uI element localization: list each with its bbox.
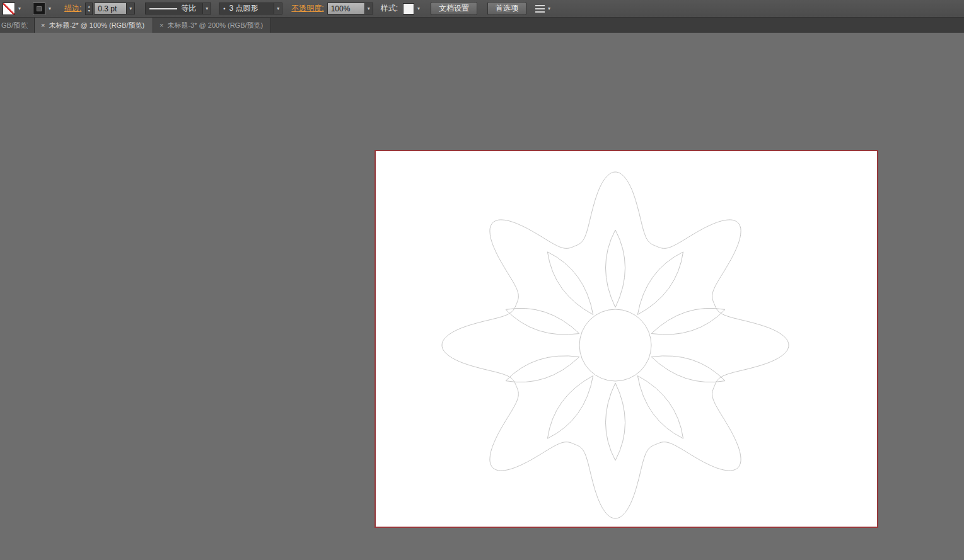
tab-close-icon[interactable]: × (160, 21, 163, 29)
stroke-weight-label[interactable]: 描边: (64, 3, 81, 14)
tab-label: 未标题-3* @ 200% (RGB/预览) (167, 21, 263, 30)
tab-document-3[interactable]: × 未标题-3* @ 200% (RGB/预览) (153, 18, 271, 33)
petal-path[interactable] (637, 252, 683, 315)
petal-path[interactable] (506, 356, 579, 382)
width-profile-dropdown-button[interactable]: ▾ (203, 3, 211, 14)
petal-path[interactable] (506, 308, 579, 334)
petal-path[interactable] (651, 356, 725, 382)
tab-close-icon[interactable]: × (41, 21, 45, 29)
brush-dot-icon: • (223, 6, 225, 12)
stroke-weight-stepper[interactable]: ▴ ▾ (85, 3, 93, 15)
canvas-area[interactable] (0, 33, 964, 560)
artboard[interactable] (375, 150, 878, 528)
preferences-button[interactable]: 首选项 (487, 2, 526, 15)
stepper-up-icon[interactable]: ▴ (88, 4, 90, 9)
center-circle[interactable] (579, 309, 651, 381)
brush-dropdown-button[interactable]: ▾ (274, 3, 282, 14)
style-dropdown-arrow[interactable]: ▾ (415, 6, 422, 11)
petal-path[interactable] (547, 376, 593, 439)
stepper-down-icon[interactable]: ▾ (88, 9, 90, 13)
width-profile-line-icon (149, 8, 177, 9)
outer-star-path[interactable] (442, 172, 789, 518)
stroke-swatch-dropdown-arrow[interactable]: ▾ (47, 6, 53, 11)
style-swatch[interactable] (403, 3, 414, 14)
brush-dropdown[interactable]: • 3 点圆形 (219, 3, 274, 14)
tab-label: 未标题-2* @ 100% (RGB/预览) (49, 21, 144, 30)
petal-path[interactable] (606, 230, 625, 307)
stroke-weight-field[interactable]: 0.3 pt (94, 3, 127, 14)
petal-path[interactable] (606, 383, 625, 460)
petal-path[interactable] (637, 376, 683, 439)
document-tab-bar: GB/预览) × 未标题-2* @ 100% (RGB/预览) × 未标题-3*… (0, 18, 964, 33)
fill-none-swatch[interactable] (3, 3, 15, 15)
tab-document-2[interactable]: × 未标题-2* @ 100% (RGB/预览) (35, 18, 153, 33)
control-bar: ▾ ▾ 描边: ▴ ▾ 0.3 pt ▾ 等比 ▾ • 3 点圆形 ▾ 不透明度… (0, 0, 964, 18)
width-profile-dropdown[interactable]: 等比 (145, 3, 203, 14)
document-setup-button[interactable]: 文档设置 (431, 2, 477, 15)
control-panel-menu-arrow[interactable]: ▾ (546, 6, 552, 11)
style-label: 样式: (381, 3, 398, 14)
width-profile-value: 等比 (181, 3, 196, 14)
stroke-weight-dropdown-button[interactable]: ▾ (127, 3, 135, 14)
control-panel-menu-icon[interactable] (535, 5, 545, 13)
tab-document-1-partial[interactable]: GB/预览) (0, 18, 35, 33)
flower-drawing[interactable] (376, 151, 877, 527)
opacity-dropdown-button[interactable]: ▾ (365, 3, 373, 14)
tab-label: GB/预览) (1, 21, 28, 30)
opacity-field[interactable]: 100% (327, 3, 365, 14)
petal-path[interactable] (651, 308, 725, 334)
fill-swatch-dropdown-arrow[interactable]: ▾ (16, 6, 23, 11)
opacity-label[interactable]: 不透明度: (291, 3, 323, 14)
stroke-color-swatch[interactable] (33, 3, 45, 15)
petal-path[interactable] (547, 252, 593, 315)
brush-value: 3 点圆形 (229, 3, 258, 14)
